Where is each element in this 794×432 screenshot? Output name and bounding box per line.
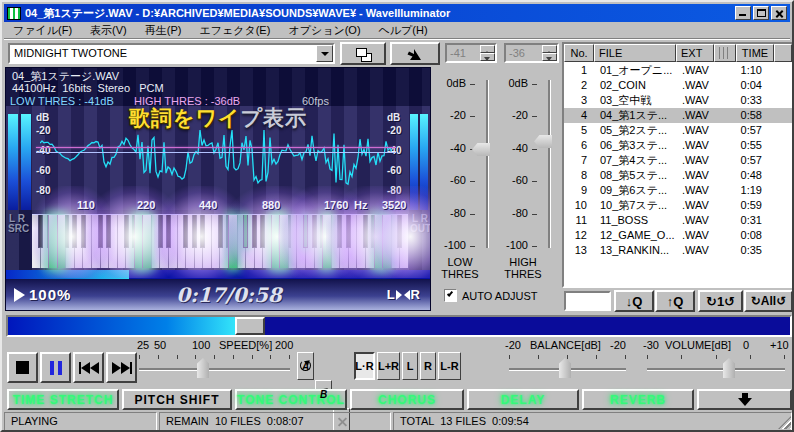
repeat-one-button[interactable]: ↻1↺ <box>698 290 743 312</box>
low-threshold-slider-thumb[interactable] <box>472 143 490 156</box>
column-header-file[interactable]: FILE <box>594 44 676 62</box>
time-stretch-button[interactable]: TIME STRETCH <box>7 389 119 410</box>
file-row[interactable]: 1111_BOSS.WAV0:31 <box>564 213 792 228</box>
file-row[interactable]: 1313_RANKIN....WAV0:35 <box>564 243 792 258</box>
speed-slider-thumb[interactable] <box>197 358 209 378</box>
pointer-button[interactable] <box>390 42 440 65</box>
channel-difference-button[interactable]: L-R <box>438 352 461 380</box>
column-header-ext[interactable]: EXT <box>676 44 714 62</box>
tone-control-button[interactable]: TONE CONTROL <box>235 389 347 410</box>
delay-button[interactable]: DELAY <box>467 389 579 410</box>
route-left-arrow-icon <box>404 290 410 300</box>
status-remain: REMAIN 10 FILES 0:08:07 <box>159 412 391 431</box>
channel-mono-button[interactable]: L+R <box>377 352 400 380</box>
file-row[interactable]: 303_空中戦.WAV0:33 <box>564 93 792 108</box>
search-input[interactable] <box>564 291 611 311</box>
find-prev-button[interactable]: ↑Q <box>655 290 695 312</box>
channel-left-button[interactable]: L <box>402 352 418 380</box>
more-effects-button[interactable] <box>697 389 792 410</box>
column-header-no[interactable]: No. <box>564 44 594 62</box>
pause-button[interactable] <box>40 352 71 383</box>
low-scale-0db: 0dB <box>432 77 466 89</box>
piano-black-key <box>397 215 402 248</box>
time-readout: 0:17/0:58 <box>71 283 386 307</box>
volume-slider-track[interactable] <box>647 368 785 371</box>
app-window: 04_第1ステージ.WAV - D:¥ARCHIVED¥MEDIA¥SOUNDS… <box>0 0 794 432</box>
combobox-dropdown-button[interactable] <box>316 45 333 62</box>
file-row[interactable]: 707_第4ステ....WAV0:57 <box>564 153 792 168</box>
spin-down-button[interactable] <box>480 53 495 61</box>
chevron-down-icon <box>321 52 329 60</box>
file-row[interactable]: 808_第5ステ....WAV0:48 <box>564 168 792 183</box>
minimize-button[interactable] <box>735 6 751 20</box>
volume-slider-thumb[interactable] <box>723 358 735 378</box>
channel-stereo-button[interactable]: L·R <box>354 352 375 380</box>
file-row[interactable]: 909_第6ステ....WAV1:19 <box>564 183 792 198</box>
menu-options[interactable]: オプション(O) <box>279 22 369 39</box>
column-header-splitter[interactable] <box>714 44 736 62</box>
window-title: 04_第1ステージ.WAV - D:¥ARCHIVED¥MEDIA¥SOUNDS… <box>25 6 733 21</box>
low-threshold-spinner[interactable]: -41 <box>445 43 497 63</box>
speed-scale-labels: 25 50 100 SPEED[%] 200 <box>137 339 292 351</box>
find-next-button[interactable]: ↓Q <box>614 290 654 312</box>
piano-black-key <box>98 215 103 248</box>
menu-effector[interactable]: エフェクタ(E) <box>190 22 279 39</box>
menu-file[interactable]: ファイル(F) <box>4 22 81 39</box>
next-track-button[interactable] <box>106 352 137 383</box>
piano-black-key <box>200 215 205 248</box>
high-threshold-slider-thumb[interactable] <box>534 135 552 148</box>
piano-black-key <box>252 215 257 248</box>
file-row-selected[interactable]: 404_第1ステ....WAV0:58 <box>564 108 792 123</box>
stop-icon <box>16 361 29 374</box>
previous-track-button[interactable] <box>73 352 104 383</box>
close-button[interactable] <box>771 6 787 20</box>
file-list-header: No. FILE EXT TIME <box>564 44 792 62</box>
checkbox-box[interactable] <box>444 289 457 302</box>
file-row[interactable]: 606_第3ステ....WAV0:55 <box>564 138 792 153</box>
menu-play[interactable]: 再生(P) <box>136 22 191 39</box>
file-row[interactable]: 505_第2ステ....WAV0:57 <box>564 123 792 138</box>
seek-bar[interactable] <box>6 315 792 337</box>
piano-black-key <box>218 215 223 248</box>
minimize-icon <box>739 14 746 16</box>
menu-help[interactable]: ヘルプ(H) <box>370 22 437 39</box>
balance-slider-thumb[interactable] <box>559 358 571 378</box>
reverb-button[interactable]: REVERB <box>582 389 694 410</box>
window-layout-button[interactable] <box>340 42 386 65</box>
title-bar[interactable]: 04_第1ステージ.WAV - D:¥ARCHIVED¥MEDIA¥SOUNDS… <box>4 4 790 22</box>
track-progress-bar[interactable] <box>6 270 430 279</box>
repeat-all-button[interactable]: ↻All↺ <box>744 290 793 312</box>
piano-white-key <box>228 215 237 268</box>
piano-black-key <box>166 215 171 248</box>
high-threshold-slider-track[interactable] <box>548 80 551 248</box>
column-header-time[interactable]: TIME <box>736 44 774 62</box>
file-list-body: 101_オープニ....WAV1:10 202_COIN.WAV0:04 303… <box>564 63 792 286</box>
maximize-button[interactable] <box>753 6 769 20</box>
cursor-arrow-icon <box>406 45 424 63</box>
low-threshold-value: -41 <box>447 45 480 61</box>
auto-adjust-checkbox[interactable]: AUTO ADJUST <box>444 289 538 302</box>
file-row[interactable]: 202_COIN.WAV0:04 <box>564 78 792 93</box>
app-icon <box>7 7 21 20</box>
maximize-icon <box>757 9 766 17</box>
menu-view[interactable]: 表示(V) <box>81 22 136 39</box>
high-threshold-spinner[interactable]: -36 <box>504 43 559 63</box>
spin-up-button[interactable] <box>542 45 557 53</box>
file-row[interactable]: 101_オープニ....WAV1:10 <box>564 63 792 78</box>
spin-down-button[interactable] <box>542 53 557 61</box>
low-threshold-slider-track[interactable] <box>486 80 489 248</box>
channel-right-button[interactable]: R <box>420 352 436 380</box>
volume-ticks <box>647 355 784 360</box>
preset-combobox[interactable]: MIDNIGHT TWOTONE <box>8 43 335 64</box>
piano-white-key <box>322 215 331 268</box>
file-row[interactable]: 1010_第7ステ....WAV0:59 <box>564 198 792 213</box>
seek-thumb[interactable] <box>235 317 265 335</box>
file-row[interactable]: 1212_GAME_O....WAV0:08 <box>564 228 792 243</box>
stop-button[interactable] <box>7 352 38 383</box>
speed-slider-track[interactable] <box>139 368 290 371</box>
pitch-shift-button[interactable]: PITCH SHIFT <box>122 389 232 410</box>
piano-white-key <box>279 215 288 268</box>
chorus-button[interactable]: CHORUS <box>350 389 464 410</box>
spin-up-button[interactable] <box>480 45 495 53</box>
loop-a-button[interactable]: A <box>297 352 314 380</box>
